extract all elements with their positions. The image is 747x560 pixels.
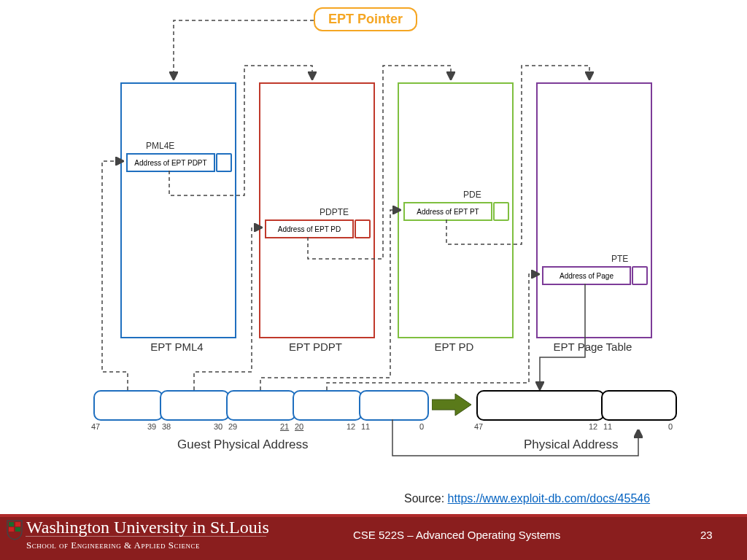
svg-rect-3	[9, 527, 14, 532]
source-line: Source: https://www.exploit-db.com/docs/…	[404, 492, 650, 505]
svg-rect-1	[9, 522, 14, 526]
connectors-icon	[0, 0, 747, 510]
source-link[interactable]: https://www.exploit-db.com/docs/45546	[448, 492, 650, 505]
university-name: Washington University in St.Louis	[26, 518, 269, 537]
wustl-shield-icon	[6, 519, 23, 541]
svg-rect-2	[15, 522, 20, 526]
source-prefix: Source:	[404, 492, 448, 505]
svg-rect-4	[15, 527, 20, 532]
course-title: CSE 522S – Advanced Operating Systems	[353, 529, 560, 541]
page-number: 23	[700, 529, 713, 541]
school-name: School of Engineering & Applied Science	[26, 540, 200, 551]
